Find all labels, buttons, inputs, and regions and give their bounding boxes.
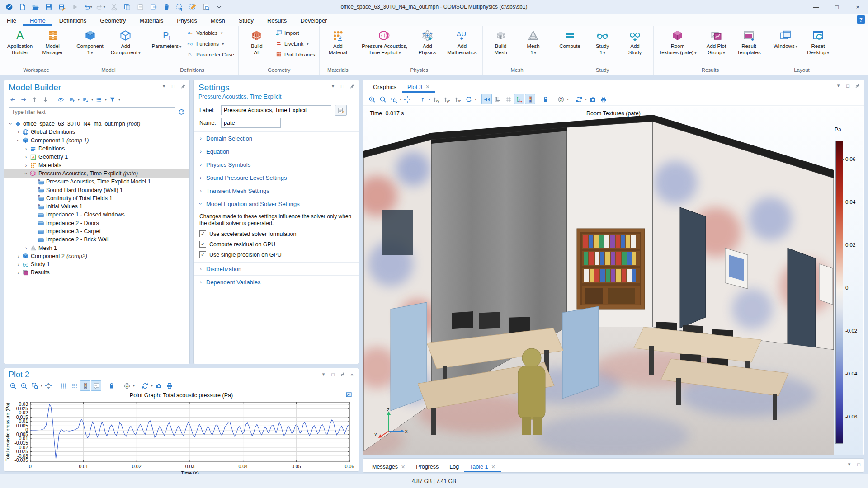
tree-expander-icon[interactable]: › [23,146,29,151]
close-panel-icon[interactable]: × [349,371,355,377]
pin-panel-icon[interactable] [180,83,186,89]
dock-tab-progress[interactable]: Progress [410,462,444,472]
graphics-tab-graphics[interactable]: Graphics [368,82,402,93]
tree-item-office-space-63-30t0-n4-ma-out-mph[interactable]: ›office_space_63_30T0_N4_ma_out.mph(root… [4,120,189,128]
menu-tab-developer[interactable]: Developer [293,16,334,26]
axes-ind-button[interactable] [514,94,524,104]
print-button[interactable] [598,94,609,104]
ribbon-button-compute[interactable]: Compute [554,27,586,50]
settings-section-physics-symbols[interactable]: ›Physics Symbols [194,158,359,171]
name-field[interactable] [221,118,281,128]
ribbon-button-room-textures-pate[interactable]: RoomTextures (pate)▾ [656,27,700,56]
tree-item-global-definitions[interactable]: ›Global Definitions [4,128,189,136]
refresh2-button[interactable] [140,380,150,391]
tree-item-impedance-3-carpet[interactable]: Impedance 3 - Carpet [4,227,189,235]
lock-button[interactable] [540,94,551,104]
ribbon-button-livelink[interactable]: LiveLink▾ [275,39,315,48]
settings-section-discretization[interactable]: ›Discretization [194,262,359,275]
menu-tab-physics[interactable]: Physics [170,16,204,26]
save-as-button[interactable] [57,2,66,12]
panel-menu-icon[interactable]: ▾ [330,83,336,89]
redo-button[interactable]: ▾ [96,2,105,12]
ribbon-button-study-1[interactable]: Study1▾ [587,27,618,56]
checkbox-icon[interactable]: ✓ [199,230,206,237]
camera-button[interactable] [153,380,164,391]
arrow-left-button[interactable] [8,94,18,105]
label-edit-button[interactable] [335,105,347,116]
close-tab-icon[interactable]: ✕ [401,464,405,470]
ribbon-button-result-templates[interactable]: ResultTemplates [733,27,764,56]
delete-button[interactable] [162,2,171,12]
arrow-down-button[interactable] [40,94,51,105]
clear-selection-button[interactable] [188,2,197,12]
zoom-box-button[interactable] [29,380,40,391]
tree-item-continuity-of-total-fields-1[interactable]: DContinuity of Total Fields 1 [4,194,189,202]
tree-item-initial-values-1[interactable]: DInitial Values 1 [4,202,189,211]
settings-section-dependent-variables[interactable]: ›Dependent Variables [194,275,359,288]
camera-button[interactable] [587,94,598,104]
ribbon-button-part-libraries[interactable]: Part Libraries [275,50,315,59]
lock-button[interactable] [106,380,117,391]
float-panel-icon[interactable]: □ [340,83,345,89]
pin-panel-icon[interactable] [854,83,860,89]
palette-button[interactable] [122,380,132,391]
grid3-button[interactable] [503,94,514,104]
tree-item-sound-hard-boundary-wall-1[interactable]: DSound Hard Boundary (Wall) 1 [4,186,189,194]
tree-expander-icon[interactable]: › [15,262,21,267]
settings-section-transient-mesh-settings[interactable]: ›Transient Mesh Settings [194,184,359,197]
print-button[interactable] [164,380,175,391]
float-panel-icon[interactable]: □ [170,83,176,89]
colorbar-ic-button[interactable] [525,94,535,104]
ribbon-button-variables[interactable]: a=Variables▾ [187,28,234,37]
tree-item-results[interactable]: ›Results [4,268,189,277]
dock-tab-log[interactable]: Log [444,462,464,472]
palette-button[interactable] [556,94,566,104]
zoom-box-button[interactable] [388,94,399,104]
colorbar-ic-button[interactable] [80,380,90,391]
settings-section-sound-pressure-level-settings[interactable]: ›Sound Pressure Level Settings [194,171,359,184]
refresh2-button[interactable] [574,94,584,104]
sound-button[interactable] [481,94,492,104]
tree-expander-icon[interactable]: › [15,253,21,259]
view-xz-button[interactable]: xz [453,94,463,104]
panel-menu-icon[interactable]: ▾ [321,371,326,377]
zoom-out-button[interactable] [377,94,388,104]
close-tab-icon[interactable]: ✕ [491,464,495,470]
expand-all-button[interactable] [66,94,77,105]
zoom-out-button[interactable] [19,380,29,391]
ribbon-button-windows[interactable]: Windows▾ [769,27,801,50]
settings-section-model-equation-and-solver-settings[interactable]: ›Model Equation and Solver Settings [194,197,359,210]
cut-button[interactable] [109,2,118,12]
y-grid-button[interactable] [69,380,80,391]
undo-button[interactable]: ▾ [83,2,92,12]
ribbon-button-import[interactable]: Import [275,28,315,37]
float-panel-icon[interactable]: □ [845,83,851,89]
ribbon-button-add-plot-group[interactable]: Add PlotGroup▾ [700,27,732,56]
tree-item-pressure-acoustics-time-explicit[interactable]: ›Pressure Acoustics, Time Explicit(pate) [4,169,189,178]
ribbon-button-add-component[interactable]: AddComponent▾ [108,27,144,56]
tree-expander-icon[interactable]: › [15,129,21,135]
ribbon-button-build-all[interactable]: BuildAll [241,27,273,56]
ribbon-button-application-builder[interactable]: AApplicationBuilder [4,27,36,56]
panel-menu-icon[interactable]: ▾ [161,83,167,89]
float-panel-icon[interactable]: □ [856,461,862,467]
ribbon-button-add-material[interactable]: AddMaterial [322,27,354,56]
tree-expander-icon[interactable]: › [8,121,14,127]
ribbon-button-parameter-case[interactable]: PiParameter Case [187,50,234,59]
panel-menu-icon[interactable]: ▾ [835,83,841,89]
ribbon-button-add-mathematics[interactable]: ΔUAddMathematics [444,27,480,56]
menu-tab-file[interactable]: File [0,16,23,26]
save-button[interactable] [44,2,53,12]
tree-item-impedance-2-brick-wall[interactable]: Impedance 2 - Brick Wall [4,235,189,244]
dock-tab-table-1[interactable]: Table 1✕ [464,462,501,472]
find-button[interactable] [201,2,210,12]
tree-expander-icon[interactable]: › [23,163,29,168]
tree-item-definitions[interactable]: ›Definitions [4,145,189,153]
tree-expander-icon[interactable]: › [23,245,29,251]
panel-menu-icon[interactable]: ▾ [846,461,852,467]
filter-button[interactable] [107,94,118,105]
tree-expander-icon[interactable]: › [24,170,29,176]
checkbox-icon[interactable]: ✓ [199,251,206,258]
copy-button[interactable] [123,2,132,12]
pin-panel-icon[interactable] [349,83,355,89]
